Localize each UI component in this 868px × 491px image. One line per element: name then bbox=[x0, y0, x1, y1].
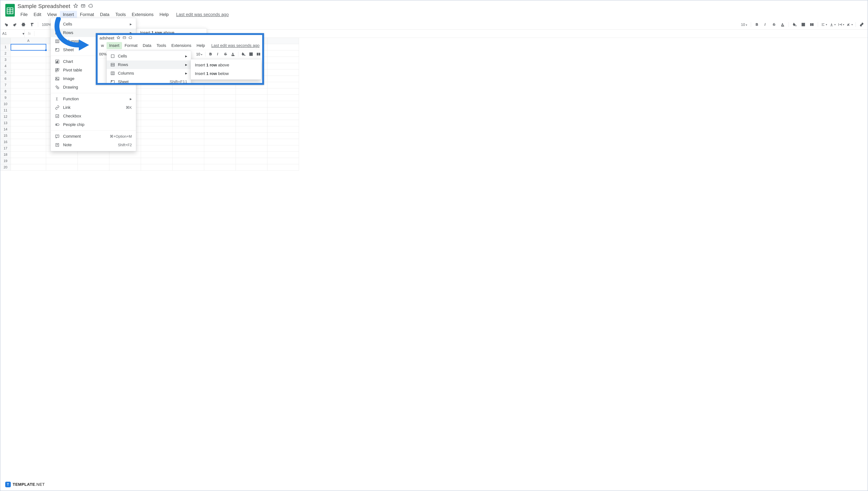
strikethrough-icon[interactable]: S bbox=[771, 21, 777, 28]
cell-A1[interactable] bbox=[11, 44, 46, 51]
columns-icon bbox=[111, 71, 115, 76]
bold-icon[interactable]: B bbox=[754, 21, 760, 28]
h-align-icon[interactable] bbox=[820, 21, 827, 28]
menu-tools[interactable]: Tools bbox=[112, 11, 129, 18]
svg-rect-33 bbox=[56, 40, 59, 43]
insert-1-row-above[interactable]: Insert 1 row above bbox=[191, 61, 261, 69]
menu-format[interactable]: Format bbox=[77, 11, 97, 18]
strikethrough-icon[interactable]: S bbox=[223, 51, 228, 57]
rows-icon bbox=[111, 62, 115, 67]
svg-rect-73 bbox=[111, 55, 114, 58]
merge-cells-icon[interactable] bbox=[255, 51, 261, 57]
inset-menu-tools[interactable]: Tools bbox=[154, 42, 169, 49]
menu-view[interactable]: View bbox=[44, 11, 60, 18]
row-header[interactable]: 1 bbox=[0, 44, 11, 51]
menu-edit[interactable]: Edit bbox=[31, 11, 44, 18]
italic-icon[interactable]: I bbox=[762, 21, 769, 28]
svg-rect-9 bbox=[31, 25, 32, 26]
svg-rect-77 bbox=[111, 72, 114, 75]
inset-font-size[interactable]: 10 bbox=[195, 52, 203, 56]
column-header[interactable]: A bbox=[11, 38, 46, 44]
titlebar: Sample Spreadsheet File Edit View Insert… bbox=[0, 0, 868, 18]
note-icon bbox=[55, 143, 60, 147]
text-color-icon[interactable]: A bbox=[779, 21, 786, 28]
chart-icon bbox=[55, 59, 60, 64]
menu-help[interactable]: Help bbox=[157, 11, 172, 18]
title-icons bbox=[73, 3, 93, 9]
cells-icon bbox=[55, 22, 60, 27]
menubar: File Edit View Insert Format Data Tools … bbox=[18, 11, 229, 18]
insert-note[interactable]: Note Shift+F2 bbox=[51, 141, 136, 149]
rotation-icon[interactable]: A bbox=[846, 21, 853, 28]
font-size-select[interactable]: 10 bbox=[740, 23, 748, 27]
name-box[interactable]: A1▾ bbox=[0, 30, 25, 37]
inset-menu-data[interactable]: Data bbox=[140, 42, 154, 49]
inset-insert-columns[interactable]: Columns ▸ bbox=[107, 69, 191, 78]
inset-insert-cells[interactable]: Cells ▸ bbox=[107, 52, 191, 60]
cells-icon bbox=[111, 54, 115, 58]
last-edit-link[interactable]: Last edit was seconds ago bbox=[176, 12, 229, 17]
fill-color-icon[interactable] bbox=[241, 51, 247, 57]
pivot-table-icon bbox=[55, 68, 60, 73]
inset-menu-help[interactable]: Help bbox=[194, 42, 208, 49]
v-align-icon[interactable] bbox=[829, 21, 836, 28]
svg-text:A: A bbox=[232, 52, 234, 56]
svg-point-67 bbox=[245, 55, 245, 56]
inset-menu-format[interactable]: Format bbox=[122, 42, 140, 49]
svg-rect-29 bbox=[56, 23, 59, 26]
svg-text:Σ: Σ bbox=[56, 97, 58, 101]
insert-people-chip[interactable]: People chip bbox=[51, 120, 136, 129]
svg-rect-60 bbox=[123, 37, 126, 39]
link-icon bbox=[55, 105, 60, 110]
move-icon[interactable] bbox=[81, 3, 86, 9]
drawing-icon bbox=[55, 85, 60, 90]
merge-cells-icon[interactable] bbox=[808, 21, 815, 28]
svg-text:I: I bbox=[765, 23, 766, 26]
menu-extensions[interactable]: Extensions bbox=[129, 11, 156, 18]
select-all-corner[interactable] bbox=[0, 38, 11, 44]
redo-icon[interactable] bbox=[11, 21, 18, 28]
italic-icon[interactable]: I bbox=[215, 51, 221, 57]
document-title[interactable]: Sample Spreadsheet bbox=[18, 3, 70, 9]
borders-icon[interactable] bbox=[248, 51, 254, 57]
inset-menu-extensions[interactable]: Extensions bbox=[169, 42, 194, 49]
insert-1-row-below[interactable]: Insert 1 row below bbox=[191, 69, 261, 78]
undo-icon[interactable] bbox=[3, 21, 10, 28]
sheets-app-icon[interactable] bbox=[4, 3, 16, 18]
paint-format-icon[interactable] bbox=[29, 21, 35, 28]
inset-zoom-fragment: 00% bbox=[98, 52, 107, 56]
insert-function[interactable]: Σ Function ▸ bbox=[51, 95, 136, 103]
bold-icon[interactable]: B bbox=[208, 51, 214, 57]
inset-insert-rows[interactable]: Rows ▸ bbox=[107, 60, 191, 69]
fill-color-icon[interactable] bbox=[792, 21, 798, 28]
text-color-icon[interactable]: A bbox=[230, 51, 236, 57]
columns-icon bbox=[55, 39, 60, 44]
inset-insert-sheet[interactable]: Sheet Shift+F11 bbox=[107, 78, 191, 85]
wrap-icon[interactable] bbox=[838, 21, 844, 28]
svg-rect-30 bbox=[56, 31, 59, 34]
svg-rect-47 bbox=[57, 87, 59, 89]
menu-data[interactable]: Data bbox=[97, 11, 113, 18]
insert-checkbox[interactable]: Checkbox bbox=[51, 112, 136, 120]
borders-icon[interactable] bbox=[800, 21, 807, 28]
insert-cells[interactable]: Cells ▸ bbox=[51, 20, 136, 28]
shortcut-label: ⌘+Option+M bbox=[110, 134, 132, 139]
menu-file[interactable]: File bbox=[18, 11, 31, 18]
inset-insert-dropdown: Cells ▸ Rows ▸ Columns ▸ Sheet Shift+F11 bbox=[106, 51, 191, 85]
submenu-arrow-icon: ▸ bbox=[130, 96, 132, 102]
insert-link[interactable]: Link ⌘K bbox=[51, 103, 136, 112]
insert-link-icon[interactable] bbox=[858, 21, 865, 28]
inset-menu-view-fragment[interactable]: w bbox=[98, 42, 106, 49]
print-icon[interactable] bbox=[20, 21, 27, 28]
svg-point-16 bbox=[796, 26, 797, 26]
insert-comment[interactable]: Comment ⌘+Option+M bbox=[51, 132, 136, 141]
inset-last-edit[interactable]: Last edit was seconds ago bbox=[211, 43, 259, 48]
svg-rect-72 bbox=[259, 53, 260, 55]
cloud-status-icon[interactable] bbox=[88, 3, 93, 9]
menu-insert[interactable]: Insert bbox=[60, 11, 77, 18]
inset-menu-insert[interactable]: Insert bbox=[106, 42, 122, 49]
submenu-arrow-icon: ▸ bbox=[185, 62, 187, 67]
shortcut-label: ⌘K bbox=[126, 105, 132, 110]
image-icon bbox=[55, 76, 60, 81]
star-icon[interactable] bbox=[73, 3, 78, 9]
